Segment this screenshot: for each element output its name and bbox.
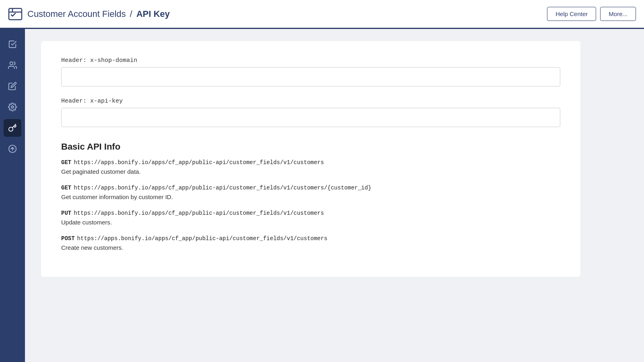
breadcrumb-separator: / bbox=[130, 9, 132, 19]
api-description: Create new customers. bbox=[61, 244, 560, 251]
api-description: Get customer information by customer ID. bbox=[61, 193, 560, 200]
sidebar-item-api-key[interactable] bbox=[4, 119, 21, 137]
api-method: PUT bbox=[61, 210, 71, 216]
basic-api-info-title: Basic API Info bbox=[61, 142, 560, 152]
api-entry: GEThttps://apps.bonify.io/apps/cf_app/pu… bbox=[61, 185, 560, 200]
sidebar-item-upload[interactable] bbox=[4, 140, 21, 158]
shop-domain-label: Header: x-shop-domain bbox=[61, 57, 560, 64]
api-url-line: GEThttps://apps.bonify.io/apps/cf_app/pu… bbox=[61, 159, 560, 166]
breadcrumb-page-name: API Key bbox=[136, 9, 170, 19]
api-entry: PUThttps://apps.bonify.io/apps/cf_app/pu… bbox=[61, 210, 560, 226]
api-method: GET bbox=[61, 159, 71, 166]
svg-rect-0 bbox=[9, 8, 22, 20]
sidebar-item-tasks[interactable] bbox=[4, 35, 21, 53]
breadcrumb-app-name: Customer Account Fields bbox=[27, 9, 126, 19]
top-bar-left: Customer Account Fields / API Key bbox=[8, 7, 170, 21]
sidebar bbox=[0, 29, 25, 362]
help-center-button[interactable]: Help Center bbox=[547, 7, 596, 21]
svg-point-3 bbox=[10, 62, 13, 65]
api-url-line: GEThttps://apps.bonify.io/apps/cf_app/pu… bbox=[61, 185, 560, 191]
api-key-field-group: Header: x-api-key bbox=[61, 98, 560, 127]
shop-domain-input[interactable] bbox=[61, 67, 560, 86]
api-url-text: https://apps.bonify.io/apps/cf_app/publi… bbox=[74, 210, 324, 216]
shop-domain-field-group: Header: x-shop-domain bbox=[61, 57, 560, 86]
main-layout: Header: x-shop-domain Header: x-api-key … bbox=[0, 29, 644, 362]
api-entries-container: GEThttps://apps.bonify.io/apps/cf_app/pu… bbox=[61, 159, 560, 251]
svg-point-4 bbox=[11, 106, 14, 108]
api-method: GET bbox=[61, 185, 71, 191]
api-url-text: https://apps.bonify.io/apps/cf_app/publi… bbox=[77, 235, 328, 242]
api-url-text: https://apps.bonify.io/apps/cf_app/publi… bbox=[74, 159, 324, 166]
api-url-text: https://apps.bonify.io/apps/cf_app/publi… bbox=[74, 185, 371, 191]
content-card: Header: x-shop-domain Header: x-api-key … bbox=[41, 41, 580, 277]
api-entry: POSThttps://apps.bonify.io/apps/cf_app/p… bbox=[61, 235, 560, 251]
api-url-line: PUThttps://apps.bonify.io/apps/cf_app/pu… bbox=[61, 210, 560, 216]
api-key-input[interactable] bbox=[61, 108, 560, 127]
more-button[interactable]: More... bbox=[600, 7, 636, 21]
sidebar-item-edit[interactable] bbox=[4, 77, 21, 95]
api-key-label: Header: x-api-key bbox=[61, 98, 560, 105]
api-description: Get paginated customer data. bbox=[61, 168, 560, 175]
top-bar: Customer Account Fields / API Key Help C… bbox=[0, 0, 644, 29]
api-url-line: POSThttps://apps.bonify.io/apps/cf_app/p… bbox=[61, 235, 560, 242]
api-method: POST bbox=[61, 235, 75, 242]
breadcrumb: Customer Account Fields / API Key bbox=[27, 9, 170, 19]
api-entry: GEThttps://apps.bonify.io/apps/cf_app/pu… bbox=[61, 159, 560, 175]
app-icon bbox=[8, 7, 23, 21]
api-description: Update customers. bbox=[61, 219, 560, 226]
sidebar-item-users[interactable] bbox=[4, 56, 21, 74]
top-bar-right: Help Center More... bbox=[547, 7, 636, 21]
content-area: Header: x-shop-domain Header: x-api-key … bbox=[25, 29, 644, 362]
sidebar-item-settings[interactable] bbox=[4, 98, 21, 116]
